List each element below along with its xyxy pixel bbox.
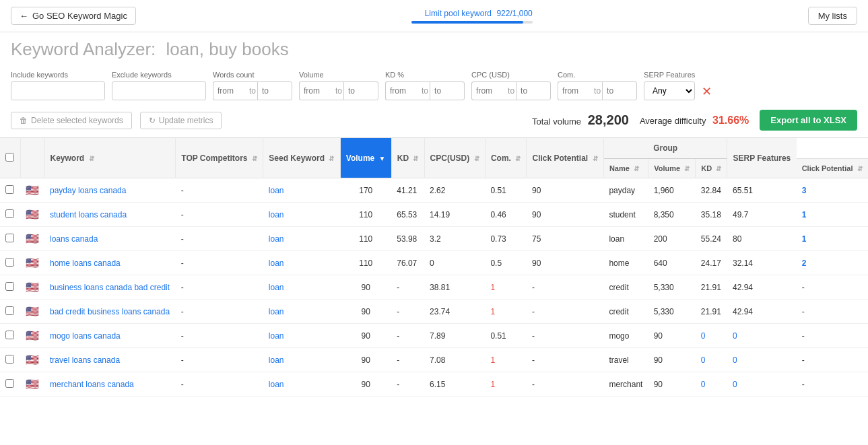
flag-icon: 🇺🇸 (26, 330, 39, 341)
group-name-cell: home (603, 251, 648, 275)
row-checkbox-cell[interactable] (0, 275, 20, 300)
exclude-keywords-group: Exclude keywords (112, 71, 206, 100)
row-checkbox[interactable] (5, 355, 14, 364)
kd-to[interactable] (430, 81, 465, 100)
row-checkbox[interactable] (5, 331, 14, 339)
group-click-potential-th[interactable]: Click Potential ⇵ (797, 159, 868, 178)
keyword-link[interactable]: student loans canada (50, 210, 127, 219)
row-checkbox-cell[interactable] (0, 178, 20, 203)
row-checkbox-cell[interactable] (0, 348, 20, 372)
row-checkbox[interactable] (5, 379, 14, 388)
group-name-cell: student (603, 203, 648, 227)
com-to[interactable] (602, 81, 637, 100)
serp-features-th[interactable]: SERP Features (727, 138, 797, 178)
keyword-th[interactable]: Keyword ⇵ (44, 138, 176, 178)
keyword-link[interactable]: loans canada (50, 234, 98, 244)
cpc-from[interactable] (471, 81, 506, 100)
click-potential-th[interactable]: Click Potential ⇵ (527, 138, 603, 178)
kd-cell: - (391, 348, 424, 372)
volume-to[interactable] (343, 81, 378, 100)
keyword-cell: loans canada (44, 227, 176, 251)
row-checkbox[interactable] (5, 234, 14, 242)
row-checkbox[interactable] (5, 258, 14, 267)
cpc-to[interactable] (516, 81, 551, 100)
row-checkbox-cell[interactable] (0, 372, 20, 397)
row-checkbox[interactable] (5, 282, 14, 291)
group-kd-cell: 32.84 (696, 178, 727, 203)
row-checkbox-cell[interactable] (0, 203, 20, 227)
com-th[interactable]: Com. ⇵ (485, 138, 527, 178)
seed-link[interactable]: loan (269, 210, 284, 219)
top-competitors-th[interactable]: TOP Competitors ⇵ (176, 138, 263, 178)
row-checkbox[interactable] (5, 209, 14, 218)
group-kd-sort-icon: ⇵ (716, 165, 721, 172)
include-keywords-input[interactable] (11, 81, 105, 100)
serp-label: SERP Features (644, 71, 695, 79)
limit-pool-section: Limit pool keyword 922/1,000 (411, 9, 533, 24)
row-checkbox-cell[interactable] (0, 251, 20, 275)
serp-select[interactable]: Any (644, 81, 695, 100)
seed-link[interactable]: loan (269, 234, 284, 244)
exclude-keywords-input[interactable] (112, 81, 206, 100)
seed-keyword-cell: loan (263, 178, 340, 203)
row-checkbox-cell[interactable] (0, 227, 20, 251)
row-checkbox-cell[interactable] (0, 324, 20, 348)
keyword-cell: payday loans canada (44, 178, 176, 203)
update-metrics-button[interactable]: ↻ Update metrics (140, 112, 222, 129)
cpc-th[interactable]: CPC(USD) ⇵ (424, 138, 485, 178)
kd-range: to (385, 81, 465, 100)
seed-link[interactable]: loan (269, 186, 284, 195)
page-header: Keyword Analyzer: loan, buy books (0, 32, 868, 65)
flag-icon: 🇺🇸 (26, 281, 39, 293)
com-sort-icon: ⇵ (515, 155, 521, 162)
words-count-to[interactable] (257, 81, 292, 100)
delete-selected-button[interactable]: 🗑 Delete selected keywords (11, 112, 132, 129)
back-button[interactable]: ← Go SEO Keyword Magic (11, 7, 136, 25)
kd-from[interactable] (385, 81, 420, 100)
keyword-link[interactable]: mogo loans canada (50, 331, 121, 341)
group-volume-th[interactable]: Volume ⇵ (648, 159, 696, 178)
volume-cell: 90 (340, 348, 391, 372)
keyword-link[interactable]: business loans canada bad credit (50, 283, 170, 292)
row-checkbox[interactable] (5, 185, 14, 194)
avg-difficulty-text: Average difficulty 31.66% (640, 114, 749, 127)
volume-th[interactable]: Volume ▼ (340, 138, 391, 178)
seed-link[interactable]: loan (269, 259, 284, 268)
keyword-link[interactable]: travel loans canada (50, 355, 120, 365)
seed-link[interactable]: loan (269, 283, 284, 292)
keyword-link[interactable]: bad credit business loans canada (50, 307, 170, 316)
kd-th[interactable]: KD ⇵ (391, 138, 424, 178)
keyword-link[interactable]: home loans canada (50, 259, 121, 268)
group-click-potential-cell: 0 (727, 348, 797, 372)
row-checkbox[interactable] (5, 306, 14, 315)
group-name-th[interactable]: Name ⇵ (603, 159, 648, 178)
select-all-th[interactable] (0, 138, 20, 178)
seed-keyword-th[interactable]: Seed Keyword ⇵ (263, 138, 340, 178)
seed-link[interactable]: loan (269, 331, 284, 341)
row-checkbox-cell[interactable] (0, 300, 20, 324)
keyword-link[interactable]: payday loans canada (50, 186, 126, 195)
select-all-checkbox[interactable] (5, 153, 14, 162)
serp-features-cell: 2 (797, 251, 868, 275)
my-lists-button[interactable]: My lists (808, 7, 857, 25)
volume-from[interactable] (299, 81, 334, 100)
flag-cell: 🇺🇸 (20, 227, 44, 251)
keyword-link[interactable]: merchant loans canada (50, 380, 134, 389)
com-from[interactable] (558, 81, 593, 100)
volume-label: Volume (299, 71, 378, 79)
seed-keyword-cell: loan (263, 300, 340, 324)
click-potential-cell: - (527, 275, 603, 300)
group-name-sort-icon: ⇵ (634, 165, 639, 172)
seed-link[interactable]: loan (269, 355, 284, 365)
group-kd-th[interactable]: KD ⇵ (696, 159, 727, 178)
click-potential-cell: 90 (527, 178, 603, 203)
words-count-from[interactable] (213, 81, 248, 100)
export-button[interactable]: Export all to XLSX (760, 110, 857, 131)
seed-link[interactable]: loan (269, 307, 284, 316)
com-cell: 1 (485, 300, 527, 324)
group-volume-cell: 90 (648, 324, 696, 348)
arrow-left-icon: ← (20, 11, 28, 21)
seed-link[interactable]: loan (269, 380, 284, 389)
clear-filters-button[interactable]: ✕ (702, 84, 712, 99)
group-kd-cell: 24.17 (696, 251, 727, 275)
